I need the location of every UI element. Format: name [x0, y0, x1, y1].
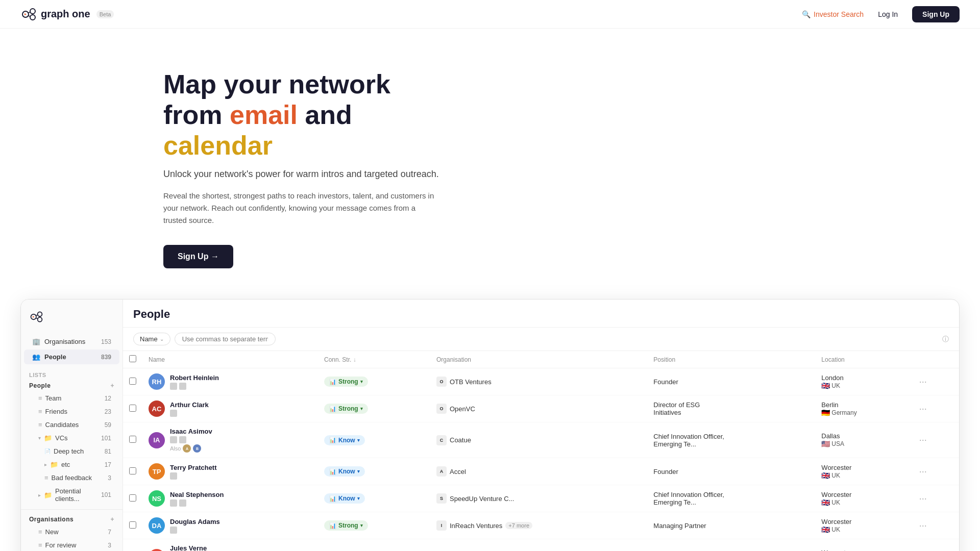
row-checkbox-cell[interactable] [123, 485, 142, 512]
col-conn: Conn. Str. ↓ [318, 351, 430, 368]
chart-icon: 📊 [329, 522, 336, 529]
sidebar-item-people[interactable]: 👥 People 839 [24, 349, 119, 364]
col-location: Location [815, 351, 911, 368]
row-checkbox-cell[interactable] [123, 539, 142, 551]
org-cell: B Blossom Capital [430, 539, 647, 551]
more-actions-button[interactable]: ··· [917, 493, 929, 504]
conn-cell: 📊 Strong ▾ [318, 512, 430, 539]
investor-search-link[interactable]: 🔍 Investor Search [802, 10, 864, 18]
avatar: IA [149, 432, 165, 448]
select-all-checkbox[interactable] [129, 355, 136, 362]
more-actions-button[interactable]: ··· [917, 520, 929, 531]
flag-icon: 🇬🇧 [821, 525, 830, 534]
more-actions-cell[interactable]: ··· [911, 539, 959, 551]
person-name-cell: AC Arthur Clark [142, 395, 318, 422]
hero-signup-button[interactable]: Sign Up → [163, 245, 233, 268]
avatar: NS [149, 490, 165, 507]
position-cell: Founder [647, 458, 815, 485]
avatar: AC [149, 400, 165, 417]
table-row: JV Jules Verne Also AB 📊 Strong ▾ [123, 539, 959, 551]
position-cell: Director of ESG Initiatives [647, 539, 815, 551]
row-checkbox[interactable] [129, 436, 136, 443]
position-cell: Chief Innovation Officer, Emerging Te... [647, 422, 815, 458]
list-icon: ≡ [38, 528, 42, 536]
more-actions-cell[interactable]: ··· [911, 512, 959, 539]
more-actions-cell[interactable]: ··· [911, 458, 959, 485]
row-checkbox[interactable] [129, 521, 136, 529]
more-actions-button[interactable]: ··· [917, 466, 929, 477]
list-item-new[interactable]: ≡ New 7 [24, 525, 119, 538]
list-item-bad-feedback[interactable]: ≡ Bad feedback 3 [24, 471, 119, 484]
conn-cell: 📊 Strong ▾ [318, 368, 430, 395]
info-icon[interactable]: ⓘ [942, 335, 949, 344]
sidebar: 🏢 Organisations 153 👥 People 839 LISTS P… [21, 299, 123, 551]
row-checkbox-cell[interactable] [123, 422, 142, 458]
svg-line-10 [36, 318, 38, 319]
add-people-list-icon[interactable]: + [110, 382, 114, 389]
row-checkbox-cell[interactable] [123, 512, 142, 539]
more-actions-cell[interactable]: ··· [911, 485, 959, 512]
sidebar-item-organisations[interactable]: 🏢 Organisations 153 [24, 334, 119, 349]
more-actions-button[interactable]: ··· [917, 435, 929, 445]
chart-icon: 📊 [329, 468, 336, 475]
more-actions-button[interactable]: ··· [917, 404, 929, 414]
add-org-list-icon[interactable]: + [110, 516, 114, 523]
chart-icon: 📊 [329, 495, 336, 502]
location-cell: Berlin 🇩🇪 Germany [815, 395, 911, 422]
signup-button[interactable]: Sign Up [912, 6, 960, 22]
search-input[interactable] [175, 333, 276, 345]
conn-badge[interactable]: 📊 Know ▾ [324, 493, 365, 504]
conn-badge[interactable]: 📊 Strong ▾ [324, 404, 368, 414]
conn-cell: 📊 Strong ▾ [318, 395, 430, 422]
org-cell: O OpenVC [430, 395, 647, 422]
row-checkbox[interactable] [129, 494, 136, 502]
row-checkbox[interactable] [129, 378, 136, 385]
hero-subtitle: Unlock your network's power for warm int… [163, 169, 439, 180]
row-checkbox[interactable] [129, 467, 136, 474]
login-button[interactable]: Log In [872, 6, 904, 22]
chart-icon: 📊 [329, 437, 336, 443]
person-icon-2 [179, 499, 186, 507]
name-filter-pill[interactable]: Name ⌄ [133, 333, 170, 345]
list-item-deeptech[interactable]: 📄 Deep tech 81 [24, 445, 119, 458]
person-icon [170, 436, 177, 443]
people-icon: 👥 [32, 353, 40, 361]
list-item-candidates[interactable]: ≡ Candidates 59 [24, 418, 119, 431]
list-icon: ≡ [44, 474, 48, 482]
org-name: Coatue [450, 436, 471, 444]
conn-badge[interactable]: 📊 Strong ▾ [324, 520, 368, 531]
org-name: OpenVC [450, 405, 475, 413]
person-name: Isaac Asimov [170, 428, 212, 435]
person-name-cell: TP Terry Pratchett [142, 458, 318, 485]
svg-line-4 [28, 16, 30, 16]
more-actions-cell[interactable]: ··· [911, 395, 959, 422]
folder-icon: 📁 [50, 461, 58, 468]
list-item-vcs[interactable]: ▾ 📁 VCs 101 [24, 432, 119, 444]
org-cell: I InReach Ventures +7 more [430, 512, 647, 539]
main-content: People Name ⌄ ⓘ Name Conn. Str. ↓ Organi… [123, 299, 959, 551]
conn-badge[interactable]: 📊 Know ▾ [324, 466, 365, 477]
more-actions-cell[interactable]: ··· [911, 422, 959, 458]
conn-badge[interactable]: 📊 Strong ▾ [324, 377, 368, 387]
sidebar-divider [21, 509, 122, 510]
flag-icon: 🇬🇧 [821, 471, 830, 480]
org-name: OTB Ventures [450, 378, 492, 386]
row-checkbox-cell[interactable] [123, 458, 142, 485]
row-checkbox-cell[interactable] [123, 368, 142, 395]
more-actions-button[interactable]: ··· [917, 377, 929, 387]
chevron-down-icon: ⌄ [160, 336, 164, 342]
list-item-team[interactable]: ≡ Team 12 [24, 392, 119, 405]
list-item-potential-clients[interactable]: ▸ 📁 Potential clients... 101 [24, 485, 119, 505]
investor-search-label: Investor Search [814, 10, 864, 18]
select-all-header[interactable] [123, 351, 142, 368]
conn-badge[interactable]: 📊 Know ▾ [324, 435, 365, 445]
list-item-friends[interactable]: ≡ Friends 23 [24, 405, 119, 418]
avatar: JV [149, 549, 165, 551]
person-name: Douglas Adams [170, 518, 220, 525]
table-row: DA Douglas Adams 📊 Strong ▾ I [123, 512, 959, 539]
list-item-for-review[interactable]: ≡ For review 3 [24, 539, 119, 551]
list-item-etc[interactable]: ▸ 📁 etc 17 [24, 458, 119, 471]
more-actions-cell[interactable]: ··· [911, 368, 959, 395]
row-checkbox[interactable] [129, 405, 136, 412]
row-checkbox-cell[interactable] [123, 395, 142, 422]
